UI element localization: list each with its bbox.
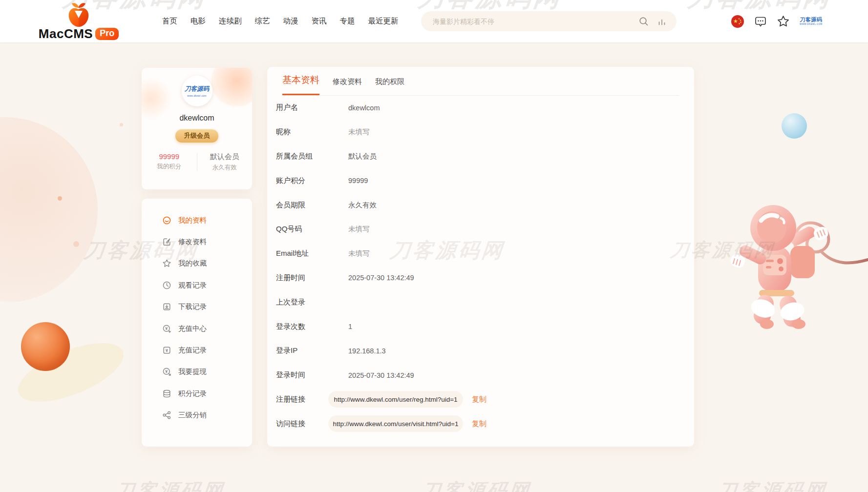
search-input[interactable] — [433, 18, 638, 25]
trending-bars-icon[interactable] — [657, 17, 667, 26]
points-icon — [162, 389, 171, 398]
field-label: 昵称 — [276, 127, 348, 137]
yellow-blob-decor — [11, 331, 131, 414]
recharge-record-icon: ¥ — [162, 346, 171, 355]
search-icon[interactable] — [638, 16, 649, 27]
register-link-row: 注册链接 复制 — [267, 388, 694, 412]
sidebar-item-recharge-center[interactable]: ¥ 充值中心 — [142, 318, 252, 339]
dot-decor — [120, 123, 123, 126]
field-row-register-time: 注册时间 2025-07-30 13:42:49 — [267, 266, 694, 290]
site-avatar-text: 刀客源码 — [800, 17, 823, 22]
china-flag-icon[interactable]: ★ — [731, 15, 744, 28]
nav-item-series[interactable]: 连续剧 — [219, 16, 242, 26]
watermark: 刀客源码网 — [716, 477, 828, 492]
sidebar-item-label: 充值记录 — [178, 346, 207, 355]
nav-item-anime[interactable]: 动漫 — [283, 16, 298, 26]
field-row-username: 用户名 dkewlcom — [267, 96, 694, 120]
site-logo[interactable]: MacCMS Pro — [47, 2, 110, 41]
member-group-stat: 默认会员 永久有效 — [197, 152, 253, 172]
favorite-star-icon[interactable] — [777, 15, 790, 28]
sidebar-menu: 我的资料 修改资料 我的收藏 观看记录 下载记录 ¥ 充值中心 — [142, 199, 252, 447]
field-label: QQ号码 — [276, 225, 348, 234]
field-label: 用户名 — [276, 103, 348, 112]
sidebar-item-label: 我的资料 — [178, 216, 207, 225]
dot-decor — [73, 241, 79, 247]
field-row-login-count: 登录次数 1 — [267, 314, 694, 339]
field-label: 登录IP — [276, 346, 348, 355]
field-row-login-time: 登录时间 2025-07-30 13:42:49 — [267, 363, 694, 388]
nav-item-news[interactable]: 资讯 — [312, 16, 327, 26]
orange-planet-decor — [21, 322, 70, 371]
avatar[interactable]: 刀客源码 www.dkewl.com — [182, 76, 212, 106]
tab-my-permissions[interactable]: 我的权限 — [375, 77, 404, 95]
field-row-member-term: 会员期限 永久有效 — [267, 193, 694, 217]
visit-link-input[interactable] — [328, 415, 463, 432]
message-icon[interactable] — [754, 15, 767, 28]
edit-icon — [162, 237, 171, 246]
field-value: 192.168.1.3 — [348, 347, 386, 355]
avatar-logo-subtext: www.dkewl.com — [187, 94, 206, 97]
tab-basic-info[interactable]: 基本资料 — [282, 74, 319, 95]
field-row-qq: QQ号码 未填写 — [267, 217, 694, 242]
teal-planet-decor — [782, 113, 807, 139]
svg-text:¥: ¥ — [165, 369, 168, 374]
svg-text:★: ★ — [733, 18, 738, 24]
field-value: 1 — [348, 323, 352, 330]
nav-item-variety[interactable]: 综艺 — [255, 16, 270, 26]
header: MacCMS Pro 首页 电影 连续剧 综艺 动漫 资讯 专题 最近更新 — [0, 0, 868, 42]
field-row-member-group: 所属会员组 默认会员 — [267, 144, 694, 169]
nav-item-topics[interactable]: 专题 — [340, 16, 355, 26]
sidebar-item-label: 充值中心 — [178, 324, 207, 333]
recharge-icon: ¥ — [162, 324, 171, 333]
sidebar-item-label: 我的收藏 — [178, 259, 207, 268]
watermark: 刀客源码网 — [113, 477, 226, 492]
copy-register-link-button[interactable]: 复制 — [472, 395, 487, 404]
share-icon — [162, 410, 171, 420]
field-row-login-ip: 登录IP 192.168.1.3 — [267, 339, 694, 363]
field-label: 登录次数 — [276, 322, 348, 331]
nav-item-recent[interactable]: 最近更新 — [368, 16, 399, 26]
field-label: 注册时间 — [276, 273, 348, 283]
points-stat: 99999 我的积分 — [142, 152, 197, 172]
sidebar-item-favorites[interactable]: 我的收藏 — [142, 253, 252, 274]
profile-card: 刀客源码 www.dkewl.com dkewlcom 升级会员 99999 我… — [142, 68, 252, 189]
watermark: 刀客源码网 — [420, 477, 532, 492]
sidebar-item-edit-profile[interactable]: 修改资料 — [142, 231, 252, 252]
site-avatar-subtext: WWW.DKEWL.COM — [800, 23, 823, 26]
nav-item-home[interactable]: 首页 — [162, 16, 177, 26]
upgrade-member-button[interactable]: 升级会员 — [175, 129, 218, 143]
sidebar-item-withdraw[interactable]: ¥ 我要提现 — [142, 361, 252, 383]
logo-title: MacCMS — [39, 26, 93, 41]
svg-text:¥: ¥ — [166, 348, 169, 353]
site-avatar-logo[interactable]: 刀客源码 WWW.DKEWL.COM — [800, 17, 823, 25]
register-link-input[interactable] — [328, 391, 463, 408]
tab-edit-info[interactable]: 修改资料 — [333, 77, 362, 95]
field-label: 所属会员组 — [276, 152, 348, 161]
sidebar-item-watch-history[interactable]: 观看记录 — [142, 274, 252, 296]
svg-text:¥: ¥ — [165, 326, 168, 330]
sidebar-item-recharge-record[interactable]: ¥ 充值记录 — [142, 339, 252, 361]
user-stats: 99999 我的积分 默认会员 永久有效 — [142, 152, 252, 172]
sidebar-item-label: 三级分销 — [178, 410, 207, 420]
points-label: 我的积分 — [142, 163, 197, 171]
logo-pro-badge: Pro — [95, 28, 119, 40]
field-value: 99999 — [348, 177, 368, 184]
apple-logo-icon — [67, 2, 90, 27]
sidebar-item-distribution[interactable]: 三级分销 — [142, 405, 252, 426]
visit-link-row: 访问链接 复制 — [267, 411, 694, 436]
search-bar — [421, 11, 677, 31]
field-value: 未填写 — [348, 127, 370, 137]
field-value: 未填写 — [348, 249, 370, 258]
field-row-nickname: 昵称 未填写 — [267, 120, 694, 144]
sidebar-item-points-record[interactable]: 积分记录 — [142, 383, 252, 404]
copy-visit-link-button[interactable]: 复制 — [472, 419, 487, 429]
member-group-value: 默认会员 — [197, 152, 253, 162]
nav-item-movies[interactable]: 电影 — [191, 16, 206, 26]
sidebar-item-my-profile[interactable]: 我的资料 — [142, 209, 252, 231]
field-value: 2025-07-30 13:42:49 — [348, 274, 414, 282]
main-nav: 首页 电影 连续剧 综艺 动漫 资讯 专题 最近更新 — [162, 0, 399, 42]
sidebar-item-download-history[interactable]: 下载记录 — [142, 296, 252, 318]
star-icon — [162, 259, 171, 268]
field-row-account-points: 账户积分 99999 — [267, 168, 694, 193]
tab-row: 基本资料 修改资料 我的权限 — [282, 67, 679, 96]
